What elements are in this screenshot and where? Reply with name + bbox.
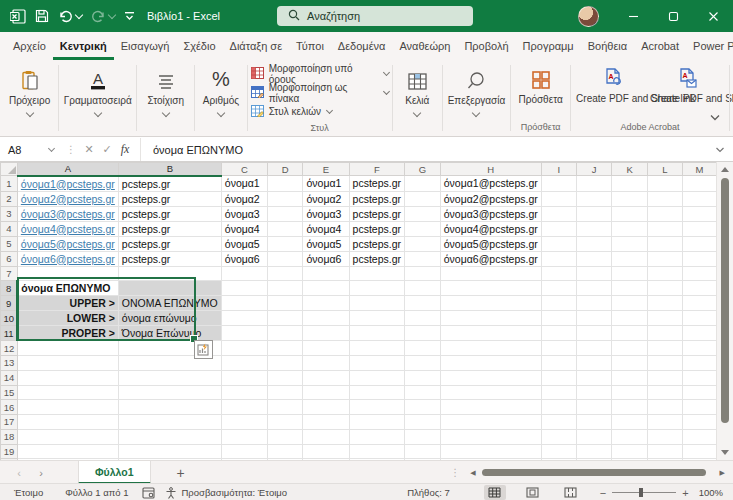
horizontal-scrollbar-thumb[interactable]: [482, 469, 706, 476]
cell-M6[interactable]: [683, 251, 717, 266]
cell-E12[interactable]: [303, 341, 349, 356]
cell-I18[interactable]: [541, 429, 576, 444]
cell-E19[interactable]: [303, 444, 349, 459]
tab-Διάταξη σε[interactable]: Διάταξη σε: [223, 32, 290, 60]
cell-H3[interactable]: όνομα3@pcsteps.gr: [440, 206, 541, 221]
cell-F15[interactable]: [349, 385, 404, 400]
cell-H2[interactable]: όνομα2@pcsteps.gr: [440, 191, 541, 206]
cell-L4[interactable]: [647, 221, 682, 236]
cell-B15[interactable]: [118, 385, 221, 400]
search-box[interactable]: Αναζήτηση: [277, 6, 473, 26]
cell-M5[interactable]: [683, 236, 717, 251]
cell-D3[interactable]: [267, 206, 303, 221]
cell-E3[interactable]: όνομα3: [303, 206, 349, 221]
cell-D1[interactable]: [267, 176, 303, 192]
column-header-F[interactable]: F: [349, 163, 404, 176]
cell-L16[interactable]: [647, 400, 682, 415]
row-header-17[interactable]: 17: [1, 415, 18, 430]
cell-M4[interactable]: [683, 221, 717, 236]
cell-A4[interactable]: όνομα4@pcsteps.gr: [17, 221, 118, 236]
zoom-out-button[interactable]: −: [600, 487, 606, 499]
cell-H4[interactable]: όνομα4@pcsteps.gr: [440, 221, 541, 236]
undo-button[interactable]: [58, 9, 82, 23]
cell-K13[interactable]: [612, 356, 647, 371]
cell-H14[interactable]: [440, 370, 541, 385]
horizontal-scrollbar[interactable]: [482, 468, 714, 477]
cell-F5[interactable]: pcsteps.gr: [349, 236, 404, 251]
cell-J19[interactable]: [577, 444, 612, 459]
formula-input[interactable]: όνομα ΕΠΩΝΥΜΟ: [140, 138, 715, 161]
cell-J14[interactable]: [577, 370, 612, 385]
cell-K4[interactable]: [612, 221, 647, 236]
cell-L17[interactable]: [647, 415, 682, 430]
cell-G1[interactable]: [405, 176, 441, 192]
cell-E16[interactable]: [303, 400, 349, 415]
collapse-ribbon-chevron-icon[interactable]: [709, 108, 721, 126]
cell-J18[interactable]: [577, 429, 612, 444]
cell-J13[interactable]: [577, 356, 612, 371]
cell-F6[interactable]: pcsteps.gr: [349, 251, 404, 266]
editing-group-button[interactable]: Επεξεργασία: [448, 60, 506, 136]
cell-H11[interactable]: [440, 326, 541, 341]
tab-Προγραμμ[interactable]: Προγραμμ: [516, 32, 581, 60]
cell-G4[interactable]: [405, 221, 441, 236]
cell-B6[interactable]: pcsteps.gr: [118, 251, 221, 266]
column-header-C[interactable]: C: [221, 163, 267, 176]
cell-G14[interactable]: [405, 370, 441, 385]
cell-C15[interactable]: [221, 385, 267, 400]
cell-H13[interactable]: [440, 356, 541, 371]
clipboard-group-button[interactable]: Πρόχειρο: [9, 60, 50, 136]
cell-K18[interactable]: [612, 429, 647, 444]
next-sheet-chevron-icon[interactable]: ›: [30, 467, 52, 479]
addins-button[interactable]: Πρόσθετα: [518, 60, 562, 120]
cell-I16[interactable]: [541, 400, 576, 415]
cell-D10[interactable]: [267, 311, 303, 326]
cell-B14[interactable]: [118, 370, 221, 385]
cell-K3[interactable]: [612, 206, 647, 221]
cell-M11[interactable]: [683, 326, 717, 341]
normal-view-button[interactable]: [484, 485, 506, 500]
cell-D9[interactable]: [267, 296, 303, 311]
cell-C14[interactable]: [221, 370, 267, 385]
cancel-entry-icon[interactable]: ✕: [80, 143, 98, 156]
cell-D15[interactable]: [267, 385, 303, 400]
cell-I9[interactable]: [541, 296, 576, 311]
cell-H6[interactable]: όνομα6@pcsteps.gr: [440, 251, 541, 266]
cell-A16[interactable]: [17, 400, 118, 415]
cell-A18[interactable]: [17, 429, 118, 444]
cell-M1[interactable]: [683, 176, 717, 192]
cell-M7[interactable]: [683, 266, 717, 281]
cell-E11[interactable]: [303, 326, 349, 341]
cell-A10[interactable]: LOWER >: [17, 311, 118, 326]
cell-G8[interactable]: [405, 281, 441, 296]
cell-I14[interactable]: [541, 370, 576, 385]
cell-E7[interactable]: [303, 266, 349, 281]
cell-A7[interactable]: [17, 266, 118, 281]
row-header-18[interactable]: 18: [1, 429, 18, 444]
row-header-4[interactable]: 4: [1, 221, 18, 236]
cell-G6[interactable]: [405, 251, 441, 266]
cell-F17[interactable]: [349, 415, 404, 430]
cell-K12[interactable]: [612, 341, 647, 356]
row-header-7[interactable]: 7: [1, 266, 18, 281]
cell-H17[interactable]: [440, 415, 541, 430]
excel-app-icon[interactable]: [10, 9, 26, 24]
tab-Εισαγωγή[interactable]: Εισαγωγή: [114, 32, 177, 60]
cell-C8[interactable]: [221, 281, 267, 296]
undo-dropdown-chevron-icon[interactable]: [75, 10, 83, 18]
row-header-14[interactable]: 14: [1, 370, 18, 385]
cell-M12[interactable]: [683, 341, 717, 356]
cell-D4[interactable]: [267, 221, 303, 236]
cell-I19[interactable]: [541, 444, 576, 459]
cell-B11[interactable]: Όνομα Επώνυμο: [118, 326, 221, 341]
acrobat-button-1[interactable]: ACreate PDF and Share via Outlook: [650, 60, 724, 106]
tab-Αναθεώρη[interactable]: Αναθεώρη: [392, 32, 457, 60]
name-box[interactable]: A8: [0, 138, 62, 161]
row-header-8[interactable]: 8: [1, 281, 18, 296]
cell-G18[interactable]: [405, 429, 441, 444]
cell-B5[interactable]: pcsteps.gr: [118, 236, 221, 251]
cell-L9[interactable]: [647, 296, 682, 311]
cell-K19[interactable]: [612, 444, 647, 459]
alignment-group-button[interactable]: Στοίχιση: [148, 60, 185, 136]
cell-J2[interactable]: [577, 191, 612, 206]
